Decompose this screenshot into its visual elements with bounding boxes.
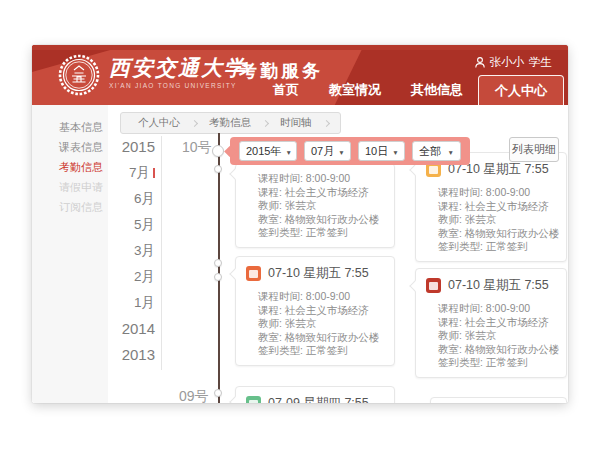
university-logo-icon — [58, 54, 100, 96]
caret-down-icon — [444, 145, 454, 157]
timeline-nav-item[interactable]: 2013 — [117, 342, 155, 368]
university-name-en: XI'AN JIAO TONG UNIVERSITY — [109, 82, 247, 89]
card-field-课程: 课程: 社会主义市场经济 — [438, 200, 558, 214]
sidebar-item-link[interactable]: 基本信息 — [32, 117, 108, 137]
signin-calendar-green-icon — [246, 396, 261, 403]
timeline-nav-item[interactable]: 2015 — [117, 134, 155, 160]
card-fields: 课程时间: 8:00-9:00课程: 社会主义市场经济教师: 张芸京教室: 格物… — [236, 164, 394, 247]
card-header: 07-10 星期五 7:55 — [236, 257, 394, 284]
caret-down-icon — [334, 145, 344, 157]
day-select[interactable]: 10日 — [358, 141, 405, 161]
attendance-card: 07-10 星期五 7:55 课程时间: 8:00-9:00课程: 社会主义市场… — [235, 256, 395, 366]
card-field-课程: 课程: 社会主义市场经济 — [258, 186, 386, 200]
breadcrumb-segment[interactable]: 时间轴 — [271, 116, 321, 130]
attendance-app-page: 西安交通大学 XI'AN JIAO TONG UNIVERSITY 考勤服务 张… — [0, 0, 600, 450]
app-window: 西安交通大学 XI'AN JIAO TONG UNIVERSITY 考勤服务 张… — [32, 45, 568, 403]
chevron-right-icon — [262, 119, 269, 126]
sidebar-item-active[interactable]: 考勤信息 — [32, 157, 108, 177]
nav-item[interactable]: 首页 — [258, 75, 314, 105]
timeline-nav-item[interactable]: 1月 — [117, 290, 155, 316]
nav-tab-active[interactable]: 个人中心 — [478, 75, 564, 105]
attendance-card — [430, 397, 567, 403]
card-field-课程: 课程: 社会主义市场经济 — [258, 304, 386, 318]
card-fields: 课程时间: 8:00-9:00课程: 社会主义市场经济教师: 张芸京教室: 格物… — [236, 284, 394, 365]
sidebar: 基本信息课表信息考勤信息请假申请订阅信息 — [32, 105, 108, 403]
card-field-签到类型: 签到类型: 正常签到 — [258, 344, 386, 358]
university-name-block: 西安交通大学 XI'AN JIAO TONG UNIVERSITY — [109, 55, 247, 89]
date-filter-bar: 2015年 07月 10日 全部 — [230, 137, 470, 165]
card-fields — [431, 398, 566, 403]
year-select-value: 2015年 — [246, 144, 281, 159]
card-field-课程: 课程: 社会主义市场经济 — [438, 316, 558, 330]
card-field-教师: 教师: 张芸京 — [438, 213, 558, 227]
attendance-card: 07-09 星期四 7:55 — [235, 386, 395, 403]
card-fields: 课程时间: 8:00-9:00课程: 社会主义市场经济教师: 张芸京教室: 格物… — [416, 296, 566, 377]
signin-calendar-orange-icon — [246, 266, 261, 281]
timeline-nav-item[interactable]: 7月 — [117, 160, 155, 186]
year-select[interactable]: 2015年 — [239, 141, 297, 161]
attendance-card: 07-10 星期五 7:55 课程时间: 8:00-9:00课程: 社会主义市场… — [415, 268, 567, 378]
nav-item-label: 首页 — [273, 82, 299, 97]
timeline-node — [214, 165, 222, 173]
chevron-right-icon — [322, 119, 329, 126]
attendance-card: 课程时间: 8:00-9:00课程: 社会主义市场经济教师: 张芸京教室: 格物… — [235, 163, 395, 248]
filter-bar-arrow — [224, 145, 237, 158]
sidebar-item-link[interactable]: 请假申请 — [32, 177, 108, 197]
timeline-nav-item[interactable]: 5月 — [117, 212, 155, 238]
timeline-axis-line — [218, 133, 220, 403]
timeline-year-month-nav: 20157月6月5月3月2月1月20142013 — [117, 134, 155, 368]
header-top-strip — [32, 45, 568, 50]
nav-item[interactable]: 教室情况 — [314, 75, 396, 105]
card-field-签到类型: 签到类型: 正常签到 — [258, 226, 386, 240]
user-info[interactable]: 张小小 学生 — [475, 55, 553, 70]
caret-down-icon — [388, 145, 398, 157]
timeline-nav-item[interactable]: 2月 — [117, 264, 155, 290]
card-header: 07-10 星期五 7:55 — [416, 269, 566, 296]
card-header: 07-09 星期四 7:55 — [236, 387, 394, 403]
type-select-value: 全部 — [419, 144, 441, 159]
card-field-教师: 教师: 张芸京 — [438, 329, 558, 343]
card-field-课程时间: 课程时间: 8:00-9:00 — [438, 186, 558, 200]
day-select-value: 10日 — [365, 144, 388, 159]
card-field-教室: 教室: 格物致知行政办公楼 — [438, 343, 558, 357]
app-header: 西安交通大学 XI'AN JIAO TONG UNIVERSITY 考勤服务 张… — [32, 45, 568, 105]
card-field-课程时间: 课程时间: 8:00-9:00 — [438, 302, 558, 316]
content-area: 基本信息课表信息考勤信息请假申请订阅信息 个人中心 考勤信息 时间轴 20157… — [32, 105, 568, 403]
day-marker-10: 10号 — [182, 139, 212, 157]
nav-item-label: 其他信息 — [411, 82, 463, 97]
month-select-value: 07月 — [311, 144, 334, 159]
timeline-node — [214, 273, 222, 281]
attendance-card: 07-10 星期五 7:55 课程时间: 8:00-9:00课程: 社会主义市场… — [415, 152, 567, 262]
university-name-cn: 西安交通大学 — [109, 55, 247, 80]
timeline-node — [214, 259, 222, 267]
breadcrumb-segment[interactable]: 个人中心 — [129, 116, 189, 130]
card-field-教室: 教室: 格物致知行政办公楼 — [258, 331, 386, 345]
card-field-课程时间: 课程时间: 8:00-9:00 — [258, 172, 386, 186]
card-fields: 课程时间: 8:00-9:00课程: 社会主义市场经济教师: 张芸京教室: 格物… — [416, 180, 566, 261]
user-name: 张小小 — [490, 55, 525, 70]
signin-stamp-red-icon — [426, 278, 441, 293]
timeline-nav-item[interactable]: 2014 — [117, 316, 155, 342]
timeline-nav-item[interactable]: 3月 — [117, 238, 155, 264]
sidebar-item-link[interactable]: 订阅信息 — [32, 197, 108, 217]
timeline-nav-divider — [161, 136, 162, 370]
timeline-node — [214, 389, 222, 397]
list-detail-button[interactable]: 列表明细 — [509, 137, 559, 162]
card-date-title: 07-09 星期四 7:55 — [268, 395, 369, 403]
type-select[interactable]: 全部 — [412, 141, 461, 161]
breadcrumb-segment[interactable]: 考勤信息 — [200, 116, 260, 130]
timeline-nav-item[interactable]: 6月 — [117, 186, 155, 212]
caret-down-icon — [281, 145, 291, 157]
card-field-签到类型: 签到类型: 正常签到 — [438, 240, 558, 254]
month-select[interactable]: 07月 — [304, 141, 351, 161]
nav-item-label: 教室情况 — [329, 82, 381, 97]
sidebar-item-link[interactable]: 课表信息 — [32, 137, 108, 157]
card-field-教室: 教室: 格物致知行政办公楼 — [438, 227, 558, 241]
nav-item[interactable]: 其他信息 — [396, 75, 478, 105]
person-icon — [475, 57, 485, 68]
timeline-node — [212, 145, 224, 157]
card-field-教室: 教室: 格物致知行政办公楼 — [258, 213, 386, 227]
breadcrumb: 个人中心 考勤信息 时间轴 — [120, 112, 341, 134]
card-date-title: 07-10 星期五 7:55 — [268, 265, 369, 282]
card-field-教师: 教师: 张芸京 — [258, 199, 386, 213]
